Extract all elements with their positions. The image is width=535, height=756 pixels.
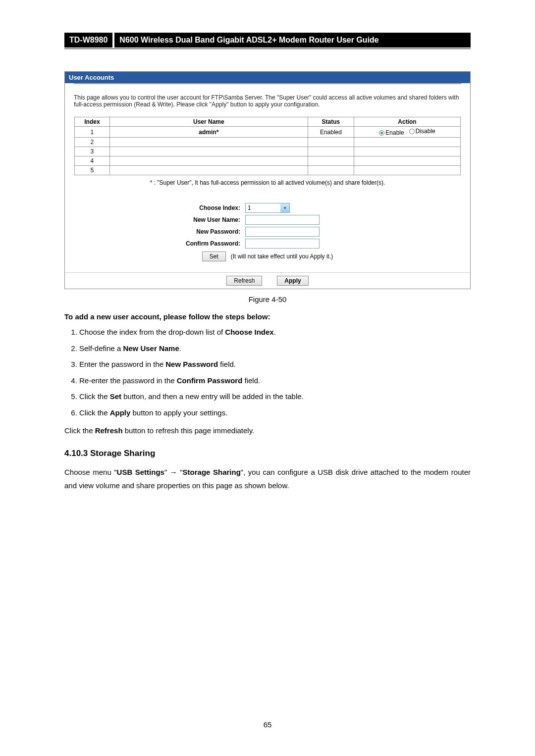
guide-title: N600 Wireless Dual Band Gigabit ADSL2+ M… (114, 33, 471, 48)
cell-index: 1 (75, 127, 110, 138)
table-row: 2 (75, 138, 461, 147)
cell-username: admin* (109, 127, 308, 138)
figure-caption: Figure 4-50 (0, 295, 535, 303)
enable-label: Enable (385, 129, 404, 136)
set-button[interactable]: Set (202, 252, 226, 261)
enable-radio[interactable]: Enable (379, 129, 404, 136)
button-row: Refresh Apply (65, 272, 470, 289)
section-title: User Accounts (65, 72, 470, 83)
chevron-down-icon: ▾ (280, 203, 289, 212)
choose-index-label: Choose Index: (146, 204, 245, 211)
router-ui-screenshot: User Accounts This page allows you to co… (64, 71, 471, 289)
radio-dot-icon (379, 130, 384, 136)
instruction-heading: To add a new user account, please follow… (64, 312, 471, 321)
refresh-button[interactable]: Refresh (226, 276, 262, 286)
new-password-input[interactable] (245, 227, 320, 237)
steps-list: Choose the index from the drop-down list… (79, 327, 471, 418)
header-underline (64, 49, 471, 49)
col-action: Action (354, 117, 461, 127)
col-status: Status (308, 117, 354, 127)
cell-username (109, 138, 308, 147)
disable-radio[interactable]: Disable (409, 128, 435, 135)
table-row: 1 admin* Enabled Enable Disable (75, 127, 461, 138)
step-item: Choose the index from the drop-down list… (79, 327, 471, 338)
page-number: 65 (0, 720, 535, 729)
confirm-password-input[interactable] (245, 239, 320, 249)
cell-action (354, 156, 461, 166)
new-user-input[interactable] (245, 215, 320, 225)
cell-index: 5 (75, 166, 110, 175)
step-item: Re-enter the password in the Confirm Pas… (79, 375, 471, 387)
cell-username (109, 156, 308, 166)
radio-dot-icon (409, 129, 415, 134)
col-index: Index (75, 117, 110, 127)
cell-username (109, 147, 308, 156)
instructions: To add a new user account, please follow… (64, 312, 471, 492)
new-user-label: New User Name: (146, 216, 245, 223)
subsection-heading: 4.10.3 Storage Sharing (64, 449, 471, 458)
confirm-password-label: Confirm Password: (146, 240, 245, 247)
cell-status (308, 147, 354, 156)
model-number: TD-W8980 (64, 33, 112, 48)
cell-status: Enabled (308, 127, 354, 138)
refresh-line: Click the Refresh button to refresh this… (64, 425, 471, 437)
cell-action (354, 138, 461, 147)
step-item: Enter the password in the New Password f… (79, 359, 471, 370)
table-row: 5 (75, 166, 461, 175)
new-password-label: New Password: (146, 228, 245, 235)
cell-status (308, 166, 354, 175)
subsection-paragraph: Choose menu "USB Settings" → "Storage Sh… (64, 465, 471, 492)
cell-index: 2 (75, 138, 110, 147)
dropdown-value: 1 (246, 204, 280, 211)
cell-index: 4 (75, 156, 110, 166)
set-note: (It will not take effect until you Apply… (231, 253, 333, 260)
apply-button[interactable]: Apply (277, 276, 308, 286)
page-header: TD-W8980 N600 Wireless Dual Band Gigabit… (64, 33, 471, 48)
step-item: Click the Apply button to apply your set… (79, 407, 471, 419)
table-row: 4 (75, 156, 461, 166)
form-area: Choose Index: 1 ▾ New User Name: New Pas… (65, 196, 470, 272)
choose-index-dropdown[interactable]: 1 ▾ (245, 203, 290, 213)
disable-label: Disable (416, 128, 435, 135)
table-row: 3 (75, 147, 461, 156)
cell-status (308, 138, 354, 147)
step-item: Self-define a New User Name. (79, 343, 471, 354)
cell-status (308, 156, 354, 166)
cell-index: 3 (75, 147, 110, 156)
col-username: User Name (109, 117, 308, 127)
table-footnote: * : "Super User", It has full-access per… (65, 179, 470, 186)
intro-text: This page allows you to control the user… (65, 84, 470, 113)
cell-action: Enable Disable (354, 127, 461, 138)
cell-action (354, 166, 461, 175)
cell-username (109, 166, 308, 175)
cell-action (354, 147, 461, 156)
step-item: Click the Set button, and then a new ent… (79, 391, 471, 403)
accounts-table: Index User Name Status Action 1 admin* E… (74, 117, 461, 175)
